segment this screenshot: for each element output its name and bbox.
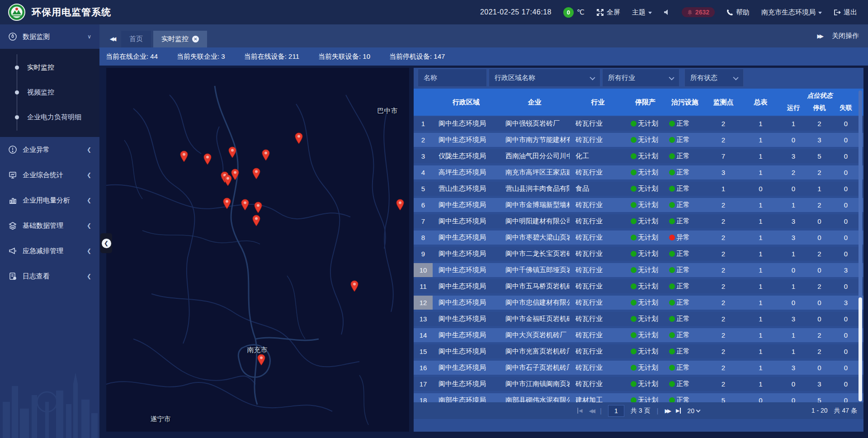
table-scrollbar[interactable] bbox=[859, 90, 862, 401]
table-row[interactable]: 13阆中生态环境局阆中市金福旺页岩机砖砖瓦行业无计划正常21300 bbox=[414, 312, 863, 326]
sidebar-item-视频监控[interactable]: 视频监控 bbox=[0, 80, 99, 105]
cell-industry: 砖瓦行业 bbox=[570, 247, 626, 261]
tabs-scroll-right-button[interactable]: ▶▶ bbox=[817, 33, 822, 39]
cell-stop: 2 bbox=[807, 117, 832, 131]
cell-company: 阆中市金博瑞新型墙材 bbox=[500, 198, 570, 212]
page-number-input[interactable]: 1 bbox=[608, 405, 624, 417]
map-marker-pin[interactable] bbox=[252, 215, 261, 226]
sidebar-item-数据监测[interactable]: 数据监测∨ bbox=[0, 24, 99, 49]
app-root: 环保用电监管系统 2021-02-25 17:46:18 0 ℃ 全屏 主题 bbox=[0, 0, 868, 438]
cell-stop: 2 bbox=[807, 328, 832, 342]
industry-filter-select[interactable]: 所有行业 bbox=[602, 69, 679, 87]
map-marker-pin[interactable] bbox=[294, 132, 303, 144]
map-marker-pin[interactable] bbox=[257, 354, 266, 366]
chevron-down-icon bbox=[590, 75, 595, 80]
table-row[interactable]: 17阆中生态环境局阆中市江南镇阆南页岩砖瓦行业无计划正常21030 bbox=[414, 377, 863, 391]
last-page-button[interactable]: ▶ bbox=[676, 408, 681, 414]
fullscreen-button[interactable]: 全屏 bbox=[596, 8, 620, 17]
map-marker-pin[interactable] bbox=[350, 280, 359, 292]
prev-page-button[interactable]: ◀◀ bbox=[589, 408, 594, 414]
table-row[interactable]: 11阆中生态环境局阆中市五马桥页岩机砖砖瓦行业无计划正常21120 bbox=[414, 279, 863, 293]
cell-region: 阆中生态环境局 bbox=[433, 117, 500, 131]
tab-实时监控[interactable]: 实时监控✕ bbox=[153, 31, 207, 47]
next-page-button[interactable]: ▶▶ bbox=[665, 408, 669, 414]
map-marker-pin[interactable] bbox=[179, 151, 189, 162]
sidebar-item-企业电力负荷明细[interactable]: 企业电力负荷明细 bbox=[0, 105, 99, 130]
cell-lost: 0 bbox=[832, 149, 860, 163]
table-row[interactable]: 10阆中生态环境局阆中千佛镇五郎垭页岩砖瓦行业无计划正常21003 bbox=[414, 263, 863, 277]
bullet-icon bbox=[15, 90, 19, 94]
cell-stop: 2 bbox=[807, 279, 832, 293]
region-filter-select[interactable]: 行政区域名称 bbox=[489, 69, 600, 87]
sidebar-item-日志查看[interactable]: 日志查看❮ bbox=[0, 264, 99, 289]
tab-close-icon[interactable]: ✕ bbox=[192, 36, 199, 42]
status-dot bbox=[631, 235, 637, 240]
table-row[interactable]: 15阆中生态环境局阆中市光富页岩机砖厂砖瓦行业无计划正常21120 bbox=[414, 344, 863, 358]
cell-facility: 正常 bbox=[665, 214, 705, 228]
scrollbar-thumb[interactable] bbox=[859, 297, 862, 401]
status-dot bbox=[631, 397, 637, 402]
close-operations-button[interactable]: 关闭操作 bbox=[832, 32, 859, 40]
cell-industry: 砖瓦行业 bbox=[570, 165, 626, 179]
map-marker-pin[interactable] bbox=[252, 168, 261, 179]
page-size-select[interactable]: 20 bbox=[687, 407, 700, 414]
org-dropdown[interactable]: 南充市生态环境局 bbox=[761, 8, 822, 17]
table-row[interactable]: 1阆中生态环境局阆中强锐页岩砖厂砖瓦行业无计划正常21120 bbox=[414, 117, 863, 131]
sidebar-item-应急减排管理[interactable]: 应急减排管理❮ bbox=[0, 238, 99, 264]
theme-dropdown[interactable]: 主题 bbox=[632, 8, 652, 17]
sidebar-item-基础数据管理[interactable]: 基础数据管理❮ bbox=[0, 213, 99, 238]
sidebar-submenu: 实时监控视频监控企业电力负荷明细 bbox=[0, 49, 99, 137]
logout-button[interactable]: 退出 bbox=[834, 8, 857, 17]
sidebar-item-企业用电量分析[interactable]: 企业用电量分析❮ bbox=[0, 188, 99, 213]
cell-points: 2 bbox=[705, 133, 741, 147]
sidebar-item-企业综合统计[interactable]: 企业综合统计❮ bbox=[0, 162, 99, 188]
help-button[interactable]: 帮助 bbox=[726, 8, 750, 17]
table-row[interactable]: 5营山生态环境局营山县润丰肉食品有限食品无计划正常10010 bbox=[414, 182, 863, 196]
notification-button[interactable]: 2632 bbox=[682, 7, 715, 17]
sound-button[interactable] bbox=[664, 9, 670, 15]
cell-limit: 无计划 bbox=[626, 214, 665, 228]
row-index: 4 bbox=[414, 165, 433, 179]
page-title: 环保用电监管系统 bbox=[32, 6, 111, 19]
table-row[interactable]: 12阆中生态环境局阆中市忠信建材有限公砖瓦行业无计划正常21003 bbox=[414, 296, 863, 310]
cell-industry: 砖瓦行业 bbox=[570, 328, 626, 342]
cell-facility: 异常 bbox=[665, 231, 705, 245]
tab-首页[interactable]: 首页 bbox=[121, 31, 151, 47]
first-page-button[interactable]: ◀ bbox=[577, 408, 582, 414]
table-row[interactable]: 2阆中生态环境局阆中市南方节能建材有砖瓦行业无计划正常21030 bbox=[414, 133, 863, 147]
tabs-scroll-left-button[interactable]: ◀◀ bbox=[105, 30, 119, 47]
map-marker-pin[interactable] bbox=[241, 199, 250, 211]
table-row[interactable]: 8阆中生态环境局阆中市枣碧大梁山页岩砖瓦行业无计划异常21300 bbox=[414, 231, 863, 245]
cell-run: 3 bbox=[780, 231, 807, 245]
sidebar-item-实时监控[interactable]: 实时监控 bbox=[0, 55, 99, 80]
map-marker-pin[interactable] bbox=[203, 153, 212, 165]
map-panel[interactable]: 巴中市南充市遂宁市 ❮ bbox=[106, 68, 409, 432]
stat-当前在线设备: 当前在线设备: 211 bbox=[244, 52, 299, 61]
map-marker-pin[interactable] bbox=[261, 149, 270, 161]
table-row[interactable]: 16阆中生态环境局阆中市石子页岩机砖厂砖瓦行业无计划正常21300 bbox=[414, 361, 863, 375]
map-marker-pin[interactable] bbox=[223, 174, 232, 186]
table-row[interactable]: 14阆中生态环境局阆中大兴页岩机砖厂砖瓦行业无计划正常21120 bbox=[414, 328, 863, 342]
status-dot bbox=[669, 121, 675, 127]
cell-region: 阆中生态环境局 bbox=[433, 214, 500, 228]
table-row[interactable]: 7阆中生态环境局阆中明阳建材有限公司砖瓦行业无计划正常21300 bbox=[414, 214, 863, 228]
cell-limit: 无计划 bbox=[626, 247, 665, 261]
table-row[interactable]: 9阆中生态环境局阆中市二龙长宝页岩砖砖瓦行业无计划正常21120 bbox=[414, 247, 863, 261]
table-row[interactable]: 6阆中生态环境局阆中市金博瑞新型墙材砖瓦行业无计划正常21120 bbox=[414, 198, 863, 212]
map-marker-pin[interactable] bbox=[396, 199, 405, 211]
cell-industry: 化工 bbox=[570, 149, 626, 163]
table-row[interactable]: 18南部生态环境局南部县砌伟水泥有限公建材加工无计划正常50050 bbox=[414, 393, 863, 402]
chevron-left-icon: ❮ bbox=[87, 222, 91, 229]
map-marker-pin[interactable] bbox=[222, 198, 231, 209]
sidebar-item-企业异常[interactable]: 企业异常❮ bbox=[0, 137, 99, 162]
cell-meter: 1 bbox=[741, 198, 780, 212]
map-marker-pin[interactable] bbox=[228, 146, 237, 158]
table-row[interactable]: 4高坪生态环境局南充市高坪区王家店建砖瓦行业无计划正常31220 bbox=[414, 165, 863, 179]
name-filter-input[interactable]: 名称 bbox=[418, 69, 487, 87]
map-marker-pin[interactable] bbox=[254, 202, 263, 213]
sidebar-collapse-handle[interactable]: ❮ bbox=[100, 233, 112, 253]
table-row[interactable]: 3仪陇生态环境局西南油气田分公司川中化工无计划正常71350 bbox=[414, 149, 863, 163]
cell-stop: 0 bbox=[807, 231, 832, 245]
cell-company: 阆中市光富页岩机砖厂 bbox=[500, 344, 570, 358]
status-filter-select[interactable]: 所有状态 bbox=[684, 69, 744, 87]
